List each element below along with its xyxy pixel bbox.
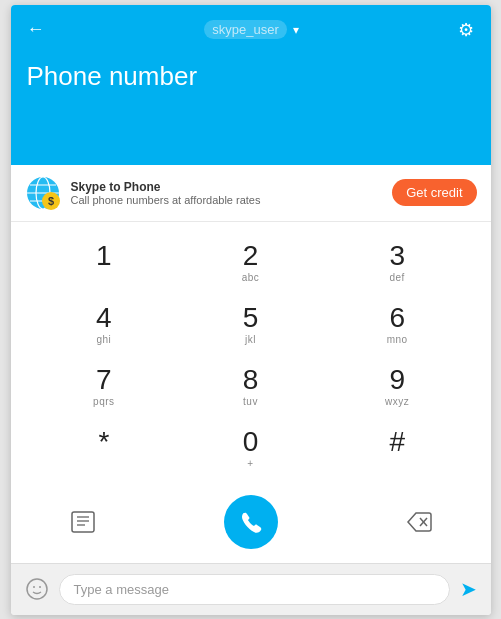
dial-key-1[interactable]: 1: [31, 232, 178, 294]
dial-letters: def: [389, 272, 404, 285]
dial-key-4[interactable]: 4ghi: [31, 294, 178, 356]
back-button[interactable]: ←: [27, 19, 45, 40]
call-button[interactable]: [224, 495, 278, 549]
dial-key-0[interactable]: 0+: [177, 418, 324, 480]
dial-letters: abc: [242, 272, 260, 285]
header-title-area: skype_user ▾: [204, 20, 298, 39]
dial-letters: jkl: [245, 334, 256, 347]
header: ← skype_user ▾ ⚙ Phone number: [11, 5, 491, 165]
username-display[interactable]: skype_user: [204, 20, 286, 39]
contacts-button[interactable]: [61, 500, 105, 544]
dial-number: 1: [96, 241, 112, 272]
dial-letters: pqrs: [93, 396, 114, 409]
chevron-down-icon[interactable]: ▾: [293, 23, 299, 37]
svg-rect-7: [72, 512, 94, 532]
dial-key-2[interactable]: 2abc: [177, 232, 324, 294]
chat-bar: Type a message ➤: [11, 563, 491, 615]
bottom-bar: [11, 487, 491, 563]
svg-point-15: [39, 586, 41, 588]
dial-key-7[interactable]: 7pqrs: [31, 356, 178, 418]
dial-key-hash[interactable]: #: [324, 418, 471, 480]
emoji-icon[interactable]: [25, 577, 49, 601]
dial-number: 7: [96, 365, 112, 396]
dial-key-5[interactable]: 5jkl: [177, 294, 324, 356]
backspace-icon: [405, 508, 433, 536]
dial-number: 9: [389, 365, 405, 396]
skype-banner-text: Skype to Phone Call phone numbers at aff…: [71, 180, 383, 206]
get-credit-button[interactable]: Get credit: [392, 179, 476, 206]
dial-key-3[interactable]: 3def: [324, 232, 471, 294]
skype-globe-icon: $: [25, 175, 61, 211]
dial-key-star[interactable]: *: [31, 418, 178, 480]
contacts-icon: [69, 508, 97, 536]
dial-letters: mno: [387, 334, 408, 347]
chat-input[interactable]: Type a message: [59, 574, 450, 605]
svg-text:$: $: [47, 195, 53, 207]
dial-number: 5: [243, 303, 259, 334]
settings-icon[interactable]: ⚙: [458, 19, 474, 41]
dial-number: 6: [389, 303, 405, 334]
dial-letters: tuv: [243, 396, 258, 409]
dialpad-grid: 12abc3def4ghi5jkl6mno7pqrs8tuv9wxyz*0+#: [31, 232, 471, 481]
phone-number-label: Phone number: [27, 61, 475, 92]
skype-banner-subtitle: Call phone numbers at affordable rates: [71, 194, 383, 206]
dial-number: 2: [243, 241, 259, 272]
send-button[interactable]: ➤: [460, 577, 477, 601]
dial-key-6[interactable]: 6mno: [324, 294, 471, 356]
dialpad: 12abc3def4ghi5jkl6mno7pqrs8tuv9wxyz*0+#: [11, 222, 491, 487]
backspace-button[interactable]: [397, 500, 441, 544]
dial-letters: ghi: [96, 334, 111, 347]
svg-point-13: [27, 579, 47, 599]
dial-number: *: [98, 427, 109, 458]
skype-banner: $ Skype to Phone Call phone numbers at a…: [11, 165, 491, 222]
header-top: ← skype_user ▾ ⚙: [27, 19, 475, 41]
dial-number: 4: [96, 303, 112, 334]
dial-letters: wxyz: [385, 396, 409, 409]
main-panel: ← skype_user ▾ ⚙ Phone number $ Skype to…: [11, 5, 491, 615]
dial-number: 3: [389, 241, 405, 272]
svg-point-14: [33, 586, 35, 588]
dial-number: 8: [243, 365, 259, 396]
call-icon: [238, 509, 264, 535]
dial-letters: +: [247, 458, 253, 471]
dial-key-8[interactable]: 8tuv: [177, 356, 324, 418]
dial-key-9[interactable]: 9wxyz: [324, 356, 471, 418]
skype-banner-title: Skype to Phone: [71, 180, 383, 194]
dial-number: 0: [243, 427, 259, 458]
dial-number: #: [389, 427, 405, 458]
